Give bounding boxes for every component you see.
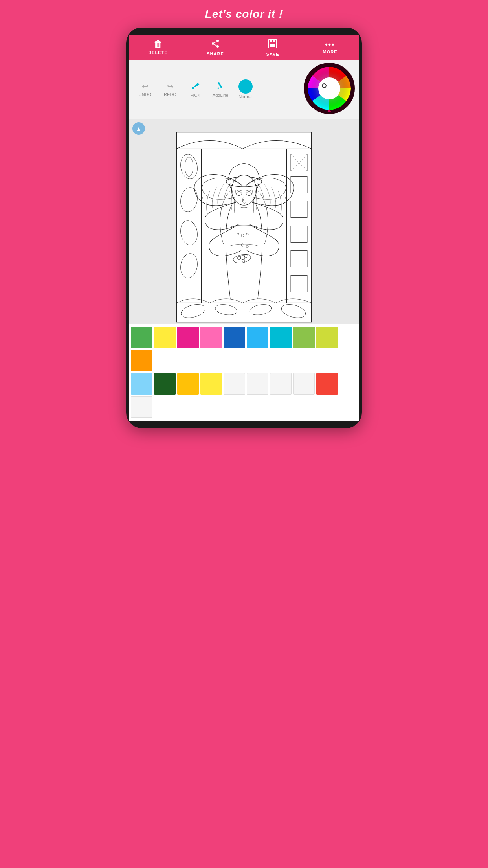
share-label: SHARE xyxy=(207,51,224,56)
color-sky-blue[interactable] xyxy=(247,327,268,348)
more-label: MORE xyxy=(323,50,338,54)
svg-rect-12 xyxy=(218,82,222,88)
color-blue[interactable] xyxy=(224,327,245,348)
svg-point-16 xyxy=(318,77,340,99)
main-toolbar: 🗑 DELETE SHARE xyxy=(129,35,359,60)
undo-icon: ↩ xyxy=(142,82,149,91)
svg-rect-7 xyxy=(270,44,275,47)
svg-line-3 xyxy=(214,44,217,46)
screen: 🗑 DELETE SHARE xyxy=(129,35,359,421)
delete-label: DELETE xyxy=(148,50,167,55)
svg-rect-19 xyxy=(177,132,312,322)
save-label: SAVE xyxy=(266,52,279,57)
color-yellow[interactable] xyxy=(154,327,176,348)
normal-button[interactable]: Normal xyxy=(234,78,257,101)
palette-row-2 xyxy=(131,373,357,418)
svg-point-1 xyxy=(212,42,214,45)
svg-rect-8 xyxy=(272,40,273,42)
save-icon xyxy=(268,39,277,50)
more-icon: ••• xyxy=(325,41,335,48)
more-button[interactable]: ••• MORE xyxy=(318,41,342,54)
redo-label: REDO xyxy=(164,92,176,97)
svg-marker-13 xyxy=(217,87,219,89)
color-yellow2[interactable] xyxy=(200,373,222,395)
color-lime[interactable] xyxy=(316,327,338,348)
color-red[interactable] xyxy=(316,373,338,395)
color-green[interactable] xyxy=(131,327,152,348)
color-empty4[interactable] xyxy=(293,373,315,395)
pick-label: PICK xyxy=(190,93,200,97)
delete-icon: 🗑 xyxy=(154,40,163,49)
delete-button[interactable]: 🗑 DELETE xyxy=(146,40,170,55)
phone-bottom-bar xyxy=(126,421,362,428)
svg-point-2 xyxy=(216,45,219,48)
color-empty3[interactable] xyxy=(270,373,292,395)
pick-button[interactable]: PICK xyxy=(183,80,207,99)
normal-label: Normal xyxy=(238,94,252,99)
normal-color-circle xyxy=(238,79,253,94)
addline-icon xyxy=(216,81,225,92)
color-cyan[interactable] xyxy=(270,327,292,348)
phone-container: Let's color it ! 🗑 DELETE xyxy=(122,0,366,434)
pick-icon xyxy=(191,81,200,92)
phone-body: 🗑 DELETE SHARE xyxy=(126,28,362,428)
color-palette xyxy=(129,324,359,421)
save-button[interactable]: SAVE xyxy=(261,39,284,57)
color-empty1[interactable] xyxy=(224,373,245,395)
color-light-green[interactable] xyxy=(293,327,315,348)
redo-icon: ↪ xyxy=(167,82,174,91)
app-title: Let's color it ! xyxy=(205,0,283,28)
coloring-image xyxy=(133,131,355,324)
color-pink[interactable] xyxy=(200,327,222,348)
addline-label: AddLine xyxy=(213,93,228,97)
undo-button[interactable]: ↩ UNDO xyxy=(133,80,157,98)
share-icon xyxy=(211,39,220,50)
color-white[interactable] xyxy=(131,396,152,418)
color-wheel[interactable] xyxy=(304,63,355,114)
phone-top-bar xyxy=(126,28,362,35)
up-arrow-button[interactable]: ▲ xyxy=(132,122,145,135)
svg-point-10 xyxy=(192,87,194,89)
svg-line-4 xyxy=(214,42,217,43)
redo-button[interactable]: ↪ REDO xyxy=(158,80,182,98)
secondary-toolbar: ↩ UNDO ↪ REDO PICK xyxy=(129,60,359,119)
color-light-blue[interactable] xyxy=(131,373,152,395)
share-button[interactable]: SHARE xyxy=(204,39,227,56)
palette-row-1 xyxy=(131,327,357,371)
svg-point-0 xyxy=(216,40,219,42)
color-dark-green[interactable] xyxy=(154,373,176,395)
drawing-area[interactable]: ▲ xyxy=(129,119,359,324)
addline-button[interactable]: AddLine xyxy=(209,80,232,99)
color-magenta[interactable] xyxy=(177,327,199,348)
color-amber[interactable] xyxy=(177,373,199,395)
color-empty2[interactable] xyxy=(247,373,268,395)
color-orange[interactable] xyxy=(131,350,152,371)
undo-label: UNDO xyxy=(139,92,151,97)
